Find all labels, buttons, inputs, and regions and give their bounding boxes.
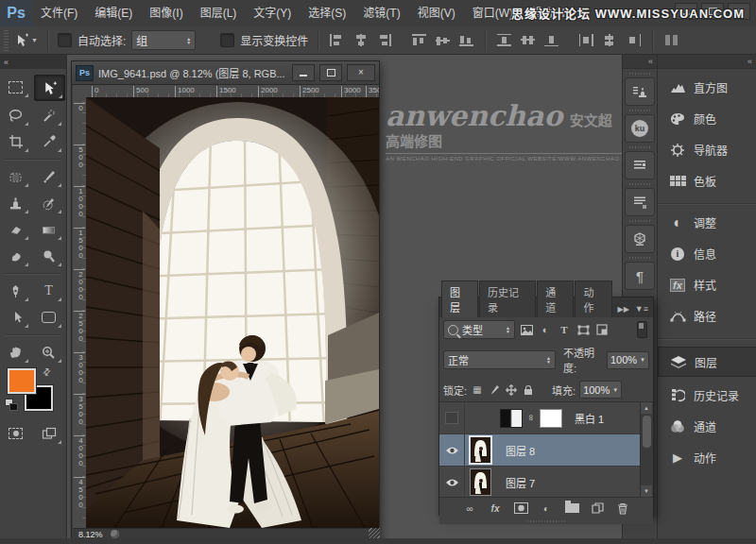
layer-name[interactable]: 图层 7	[506, 475, 535, 490]
panel-item-paths[interactable]: 路径	[658, 303, 756, 329]
pen-tool[interactable]	[1, 279, 30, 303]
distribute-bottom-icon[interactable]	[544, 34, 558, 46]
lasso-tool[interactable]	[1, 103, 30, 128]
dodge-tool[interactable]	[34, 244, 63, 268]
auto-select-target-dropdown[interactable]: 组 ▲▼	[131, 30, 196, 50]
scroll-up-icon[interactable]: ▲	[641, 402, 652, 414]
distribute-top-icon[interactable]	[497, 34, 511, 46]
lock-position-icon[interactable]	[505, 383, 518, 397]
distribute-widths-icon[interactable]	[664, 34, 679, 46]
collapse-panel-icon[interactable]: ▶▶	[618, 305, 629, 314]
tab-layers[interactable]: 图层	[441, 280, 478, 317]
panel-item-actions[interactable]: ▶ 动作	[658, 445, 756, 470]
panel-item-adjustments[interactable]: ◐ 调整	[658, 210, 756, 235]
menu-file[interactable]: 文件(F)	[32, 0, 86, 26]
layer-name[interactable]: 图层 8	[506, 443, 535, 458]
hand-tool[interactable]	[1, 340, 30, 365]
panel-drag-grip[interactable]	[439, 518, 653, 524]
swap-colors-icon[interactable]: ⇄	[40, 366, 53, 379]
panel-item-channels[interactable]: 通道	[658, 414, 756, 439]
foreground-color-swatch[interactable]	[8, 368, 36, 394]
align-h-centers-icon[interactable]	[353, 34, 368, 46]
panel-item-styles[interactable]: fx 样式	[658, 272, 756, 298]
clone-stamp-tool[interactable]	[1, 191, 30, 215]
filter-pixel-layers-icon[interactable]	[519, 323, 534, 337]
screen-mode-button[interactable]	[34, 421, 63, 446]
panel-menu-icon[interactable]: ▼≡	[635, 304, 648, 314]
auto-select-checkbox[interactable]	[58, 33, 72, 47]
filter-adjustment-layers-icon[interactable]: ◐	[538, 323, 553, 337]
zoom-level-field[interactable]: 8.12%	[78, 530, 103, 539]
crop-tool[interactable]	[1, 129, 30, 154]
menu-view[interactable]: 视图(V)	[409, 0, 464, 26]
align-right-edges-icon[interactable]	[377, 34, 391, 46]
fill-dropdown-arrow[interactable]: ▼	[612, 387, 618, 393]
menu-image[interactable]: 图像(I)	[141, 0, 191, 26]
menu-layer[interactable]: 图层(L)	[192, 0, 246, 26]
new-adjustment-layer-icon[interactable]: ◐	[539, 502, 554, 515]
blend-mode-dropdown[interactable]: 正常 ▲▼	[443, 350, 556, 369]
filter-shape-layers-icon[interactable]	[576, 323, 591, 337]
layer-row-7[interactable]: 图层 7	[439, 467, 653, 497]
tab-history[interactable]: 历史记录	[479, 280, 536, 317]
clone-source-panel-button[interactable]	[625, 77, 655, 106]
layer-name[interactable]: 黑白 1	[575, 411, 604, 426]
tab-actions[interactable]: 动作	[575, 280, 611, 317]
add-mask-icon[interactable]	[513, 502, 528, 515]
visibility-toggle-on[interactable]	[439, 467, 465, 497]
panel-item-color[interactable]: 颜色	[658, 106, 756, 131]
menu-select[interactable]: 选择(S)	[300, 0, 354, 26]
collapse-tools-icon[interactable]: «	[4, 58, 9, 67]
distribute-left-icon[interactable]	[579, 34, 593, 46]
filter-type-layers-icon[interactable]: T	[557, 323, 572, 337]
panel-item-histogram[interactable]: 直方图	[658, 75, 756, 100]
gradient-tool[interactable]	[34, 217, 63, 242]
eyedropper-tool[interactable]	[34, 129, 63, 154]
lock-all-icon[interactable]	[522, 383, 535, 397]
filter-toggle-switch[interactable]	[637, 321, 647, 338]
options-drag-grip[interactable]	[4, 30, 9, 51]
align-v-centers-icon[interactable]	[436, 34, 450, 46]
ruler-origin-corner[interactable]	[73, 85, 87, 98]
brush-tool[interactable]	[34, 164, 63, 189]
quick-mask-button[interactable]	[1, 421, 30, 446]
canvas-photo[interactable]	[86, 97, 379, 528]
distribute-hcenter-icon[interactable]	[603, 34, 617, 46]
eraser-tool[interactable]	[1, 217, 30, 242]
adjustment-thumbnail[interactable]	[501, 410, 522, 427]
paragraph-styles-panel-button[interactable]	[625, 188, 655, 216]
show-transform-checkbox[interactable]	[220, 33, 234, 47]
filter-type-dropdown[interactable]: 类型 ▲▼	[443, 320, 515, 339]
new-layer-icon[interactable]	[590, 502, 605, 515]
layer-thumbnail[interactable]	[471, 469, 490, 495]
history-brush-tool[interactable]	[34, 191, 63, 215]
visibility-toggle-on[interactable]	[439, 434, 465, 466]
move-tool[interactable]	[34, 75, 65, 101]
scrollbar-thumb[interactable]	[643, 416, 651, 448]
delete-layer-icon[interactable]	[615, 502, 630, 515]
type-tool[interactable]: T	[34, 279, 63, 303]
patch-tool[interactable]	[1, 164, 30, 189]
panel-item-swatches[interactable]: 色板	[658, 168, 756, 194]
measurement-log-panel-button[interactable]	[625, 225, 655, 253]
kuler-panel-button[interactable]: ku	[625, 114, 655, 143]
smudge-tool[interactable]	[1, 244, 30, 268]
menu-filter[interactable]: 滤镜(T)	[354, 0, 408, 26]
lock-pixels-icon[interactable]	[488, 383, 501, 397]
menu-type[interactable]: 文字(Y)	[245, 0, 300, 26]
tools-panel-header[interactable]: «	[0, 55, 66, 69]
dock-header[interactable]: «	[658, 55, 756, 69]
scroll-down-icon[interactable]: ▼	[641, 485, 652, 497]
character-panel-button[interactable]	[625, 151, 655, 179]
rect-marquee-tool[interactable]	[1, 75, 30, 99]
panel-item-navigator[interactable]: 导航器	[658, 137, 756, 162]
panel-item-layers[interactable]: 图层	[658, 347, 756, 377]
distribute-right-icon[interactable]	[627, 34, 641, 46]
layer-thumbnail[interactable]	[471, 437, 490, 463]
align-left-edges-icon[interactable]	[330, 34, 344, 46]
visibility-toggle-off[interactable]	[439, 402, 465, 434]
align-top-edges-icon[interactable]	[412, 34, 426, 46]
default-colors-icon[interactable]	[5, 399, 17, 411]
layer-mask-thumbnail[interactable]	[541, 410, 561, 427]
layer-row-8-selected[interactable]: 图层 8	[439, 434, 653, 467]
